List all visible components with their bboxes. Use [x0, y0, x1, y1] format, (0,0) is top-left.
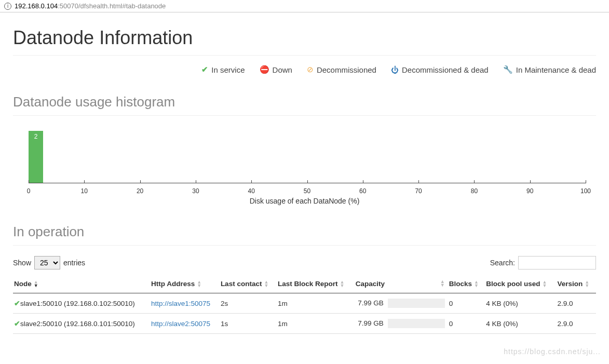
- tick-label: 60: [359, 187, 366, 195]
- in-operation-title: In operation: [13, 224, 596, 240]
- cell-node: ✔slave2:50010 (192.168.0.101:50010): [13, 314, 150, 334]
- divider: [13, 245, 596, 246]
- legend-decom-dead: ⏻Decommissioned & dead: [391, 65, 489, 74]
- legend-in-service: ✔In service: [201, 65, 245, 74]
- http-link[interactable]: http://slave2:50075: [151, 320, 210, 328]
- check-icon: ✔: [201, 65, 208, 74]
- tick-label: 80: [471, 187, 478, 195]
- search-input[interactable]: [518, 256, 596, 269]
- cell-last-contact: 1s: [220, 314, 277, 334]
- tick-label: 20: [137, 187, 143, 195]
- cell-capacity: 7.99 GB: [355, 314, 448, 334]
- tick-label: 90: [526, 187, 533, 195]
- sort-icon: ▲▼: [440, 280, 445, 287]
- decommissioned-icon: ⊘: [307, 65, 314, 74]
- tick-label: 100: [580, 187, 591, 195]
- wrench-icon: 🔧: [503, 65, 513, 74]
- histogram-chart: 2 0102030405060708090100 Disk usage of e…: [13, 126, 596, 209]
- page-size-select[interactable]: 25: [34, 256, 60, 269]
- histogram-tick-labels: 0102030405060708090100: [29, 186, 586, 194]
- tick-label: 40: [248, 187, 255, 195]
- table-length-control: Show 25 entries: [13, 256, 85, 269]
- http-link[interactable]: http://slave1:50075: [151, 300, 210, 307]
- col-node[interactable]: Node▲▼: [13, 275, 150, 293]
- histogram-title: Datanode usage histogram: [13, 94, 596, 110]
- sort-icon: ▲▼: [340, 280, 345, 288]
- table-search-control: Search:: [490, 256, 596, 269]
- cell-bpu: 4 KB (0%): [485, 293, 556, 314]
- col-blocks[interactable]: Blocks▲▼: [448, 275, 485, 293]
- cell-http: http://slave2:50075: [150, 314, 220, 334]
- sort-icon: ▲▼: [474, 280, 479, 288]
- cell-capacity: 7.99 GB: [355, 293, 448, 314]
- cell-version: 2.9.0: [557, 314, 597, 334]
- sort-icon: ▲▼: [585, 280, 589, 288]
- sort-icon: ▲▼: [264, 280, 268, 288]
- check-icon: ✔: [14, 320, 20, 328]
- legend-maint-dead: 🔧In Maintenance & dead: [503, 65, 596, 74]
- cell-last-contact: 2s: [220, 293, 277, 314]
- col-version[interactable]: Version▲▼: [557, 275, 597, 293]
- histogram-xaxis-label: Disk usage of each DataNode (%): [13, 197, 596, 205]
- down-icon: ⛔: [260, 65, 269, 74]
- histogram-bars: 2: [29, 126, 586, 183]
- tick-label: 70: [415, 187, 422, 195]
- cell-blocks: 0: [448, 314, 485, 334]
- browser-url-bar[interactable]: i 192.168.0.104:50070/dfshealth.html#tab…: [0, 0, 609, 12]
- power-icon: ⏻: [391, 65, 399, 74]
- col-last-contact[interactable]: Last contact▲▼: [220, 275, 277, 293]
- tick-label: 0: [27, 187, 31, 195]
- col-capacity[interactable]: Capacity▲▼: [355, 275, 448, 293]
- col-bpu[interactable]: Block pool used▲▼: [485, 275, 556, 293]
- info-icon: i: [4, 3, 11, 10]
- page-title: Datanode Information: [13, 27, 596, 49]
- cell-last-block-report: 1m: [277, 293, 355, 314]
- sort-icon: ▲▼: [197, 280, 201, 288]
- legend-down: ⛔Down: [260, 65, 292, 74]
- cell-bpu: 4 KB (0%): [485, 314, 556, 334]
- cell-last-block-report: 1m: [277, 314, 355, 334]
- tick-label: 50: [304, 187, 310, 195]
- check-icon: ✔: [14, 300, 20, 307]
- tick-label: 10: [81, 187, 88, 195]
- sort-icon: ▲▼: [34, 280, 38, 288]
- status-legend: ✔In service ⛔Down ⊘Decommissioned ⏻Decom…: [13, 63, 596, 79]
- cell-version: 2.9.0: [557, 293, 597, 314]
- datanode-table: Node▲▼ Http Address▲▼ Last contact▲▼ Las…: [13, 275, 596, 334]
- col-last-block-report[interactable]: Last Block Report▲▼: [277, 275, 355, 293]
- legend-decommissioned: ⊘Decommissioned: [307, 65, 376, 74]
- url-text: 192.168.0.104:50070/dfshealth.html#tab-d…: [15, 2, 166, 10]
- sort-icon: ▲▼: [542, 280, 547, 288]
- divider: [13, 115, 596, 116]
- table-row: ✔slave2:50010 (192.168.0.101:50010)http:…: [13, 314, 596, 334]
- histogram-bar-0: 2: [29, 131, 43, 183]
- tick-label: 30: [192, 187, 199, 195]
- capacity-bar: [388, 319, 445, 328]
- col-http[interactable]: Http Address▲▼: [150, 275, 220, 293]
- table-row: ✔slave1:50010 (192.168.0.102:50010)http:…: [13, 293, 596, 314]
- capacity-bar: [388, 299, 445, 308]
- cell-http: http://slave1:50075: [150, 293, 220, 314]
- divider: [13, 55, 596, 56]
- cell-node: ✔slave1:50010 (192.168.0.102:50010): [13, 293, 150, 314]
- cell-blocks: 0: [448, 293, 485, 314]
